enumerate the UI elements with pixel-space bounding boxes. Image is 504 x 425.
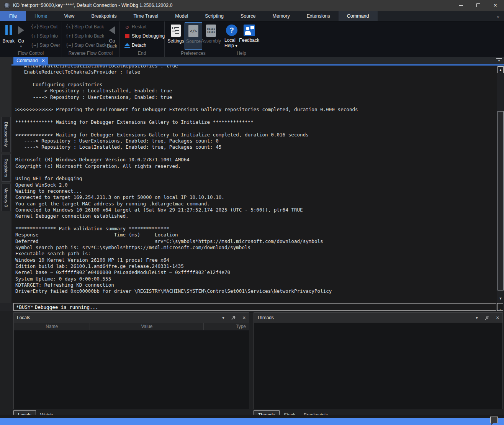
stop-debugging-button[interactable]: Stop Debugging <box>123 32 165 40</box>
step-out-button[interactable]: {↗} Step Out <box>30 23 60 31</box>
break-icon <box>5 24 12 37</box>
maximize-button[interactable] <box>470 0 487 11</box>
step-over-icon: {→} <box>30 43 39 48</box>
group-help: ? Local Help ▾ Feedback Help <box>222 21 261 57</box>
assembly-button[interactable]: 01101 10101 Assembly <box>202 22 220 50</box>
command-input[interactable]: Debuggee is running... <box>33 303 496 311</box>
sidebar-tab-registers[interactable]: Registers <box>2 154 11 182</box>
source-icon: </> <box>188 25 198 37</box>
step-out-back-button[interactable]: {↖} Step Out Back <box>65 23 106 31</box>
step-out-back-icon: {↖} <box>65 24 74 30</box>
scroll-up-icon: ▲ <box>499 68 502 72</box>
source-button[interactable]: </> Source <box>185 22 202 50</box>
tab-file[interactable]: File <box>0 11 26 21</box>
ribbon-toolbar: Break Go ▾ {↗} Step Out {↓} Step Into <box>0 21 504 57</box>
window-title: KD 'net:port=50000,key=****', Default Co… <box>13 3 173 8</box>
group-label-preferences: Preferences <box>165 51 222 56</box>
comment-bubble-icon[interactable] <box>490 417 498 423</box>
status-grip-icon[interactable]: ▪ <box>497 303 503 311</box>
go-dropdown-icon[interactable]: ▾ <box>20 44 22 48</box>
group-label-help: Help <box>222 51 261 56</box>
status-bar: *BUSY* Debuggee is running... ▪ <box>0 303 504 311</box>
restart-icon: ↺ <box>123 23 132 30</box>
title-bar: KD 'net:port=50000,key=****', Default Co… <box>0 0 504 11</box>
group-end: ↺ Restart Stop Debugging Detach End <box>119 21 165 57</box>
scroll-down-button[interactable]: ▼ <box>497 296 504 301</box>
group-label-flow-control: Flow Control <box>0 51 62 56</box>
column-type[interactable]: Type <box>204 323 249 330</box>
windbg-window: KD 'net:port=50000,key=****', Default Co… <box>0 0 504 425</box>
group-label-reverse-flow-control: Reverse Flow Control <box>62 51 119 56</box>
step-into-button[interactable]: {↓} Step Into <box>30 32 60 40</box>
ribbon-collapse-icon[interactable]: ⌄ <box>496 13 500 19</box>
locals-column-header: Name Value Type <box>14 323 249 330</box>
feedback-icon <box>244 25 255 36</box>
sidebar-tab-disassembly[interactable]: Disassembly <box>2 117 11 152</box>
threads-menu-icon[interactable]: ▾ <box>476 315 478 320</box>
tab-time-travel[interactable]: Time Travel <box>125 11 167 21</box>
minimize-button[interactable] <box>452 0 470 11</box>
app-icon <box>4 3 10 8</box>
detach-icon <box>123 43 132 48</box>
tab-scripting[interactable]: Scripting <box>196 11 232 21</box>
detach-button[interactable]: Detach <box>123 41 165 49</box>
go-button[interactable]: Go ▾ <box>15 22 27 50</box>
tab-memory[interactable]: Memory <box>264 11 298 21</box>
threads-pin-icon[interactable] <box>484 315 489 320</box>
locals-menu-icon[interactable]: ▾ <box>222 315 224 320</box>
restart-button[interactable]: ↺ Restart <box>123 23 165 31</box>
step-over-button[interactable]: {→} Step Over <box>30 41 60 49</box>
step-into-back-button[interactable]: {↑} Step Into Back <box>65 32 106 40</box>
tab-home[interactable]: Home <box>26 11 56 21</box>
group-flow-control: Break Go ▾ {↗} Step Out {↓} Step Into <box>0 21 62 57</box>
stop-icon <box>125 34 129 38</box>
close-button[interactable]: ✕ <box>487 0 504 11</box>
group-reverse-flow-control: {↖} Step Out Back {↑} Step Into Back {←}… <box>62 21 119 57</box>
settings-icon <box>171 25 181 37</box>
tab-extensions[interactable]: Extensions <box>298 11 339 21</box>
step-into-icon: {↓} <box>30 33 39 39</box>
locals-panel: Locals ▾ ✕ Name Value Type <box>13 312 249 409</box>
step-over-back-button[interactable]: {←} Step Over Back <box>65 41 106 49</box>
go-icon <box>18 24 24 37</box>
settings-button[interactable]: Settings <box>167 22 185 50</box>
console-scrollbar[interactable]: ▲ ▼ <box>497 66 504 303</box>
ribbon-tab-bar: File Home View Breakpoints Time Travel M… <box>0 11 504 21</box>
step-into-back-icon: {↑} <box>65 33 74 39</box>
group-label-end: End <box>119 51 164 56</box>
tab-breakpoints[interactable]: Breakpoints <box>83 11 125 21</box>
window-controls: ✕ <box>452 0 504 11</box>
sidebar-tab-memory-0[interactable]: Memory 0 <box>2 184 11 211</box>
minimize-icon <box>459 5 463 6</box>
command-output-text: AllowParallelInitializationOfLocalReposi… <box>11 66 497 295</box>
column-name[interactable]: Name <box>14 323 90 330</box>
break-button[interactable]: Break <box>2 22 15 50</box>
close-icon: ✕ <box>493 3 497 8</box>
feedback-button[interactable]: Feedback <box>239 22 259 50</box>
threads-close-icon[interactable]: ✕ <box>496 315 499 320</box>
tab-source[interactable]: Source <box>232 11 264 21</box>
locals-panel-title: Locals <box>17 315 30 320</box>
step-over-back-icon: {←} <box>65 43 74 48</box>
scroll-up-button[interactable]: ▲ <box>497 66 504 73</box>
scrollbar-thumb[interactable] <box>497 111 504 290</box>
maximize-icon <box>476 3 480 7</box>
group-preferences: Settings </> Source 01101 10101 Assembly… <box>165 21 222 57</box>
local-help-icon: ? <box>226 25 237 36</box>
go-back-button[interactable]: Go Back <box>106 22 118 50</box>
step-out-icon: {↗} <box>30 24 39 30</box>
column-value[interactable]: Value <box>90 323 204 330</box>
command-output-pane[interactable]: AllowParallelInitializationOfLocalReposi… <box>11 66 497 303</box>
tab-view[interactable]: View <box>56 11 83 21</box>
tab-model[interactable]: Model <box>167 11 196 21</box>
command-tab-close-icon[interactable]: ✕ <box>41 58 45 63</box>
document-tab-command[interactable]: Command ✕ <box>13 57 48 64</box>
local-help-button[interactable]: ? Local Help ▾ <box>224 22 239 50</box>
tab-command[interactable]: Command <box>339 11 378 21</box>
document-tab-bar: Command ✕ ▾ <box>0 57 504 64</box>
locals-close-icon[interactable]: ✕ <box>242 315 246 320</box>
document-well-menu-icon[interactable]: ▾ <box>496 58 502 62</box>
window-bottom-edge <box>0 415 504 418</box>
left-tool-strip: Disassembly Registers Memory 0 <box>0 57 11 303</box>
locals-pin-icon[interactable] <box>231 315 236 320</box>
